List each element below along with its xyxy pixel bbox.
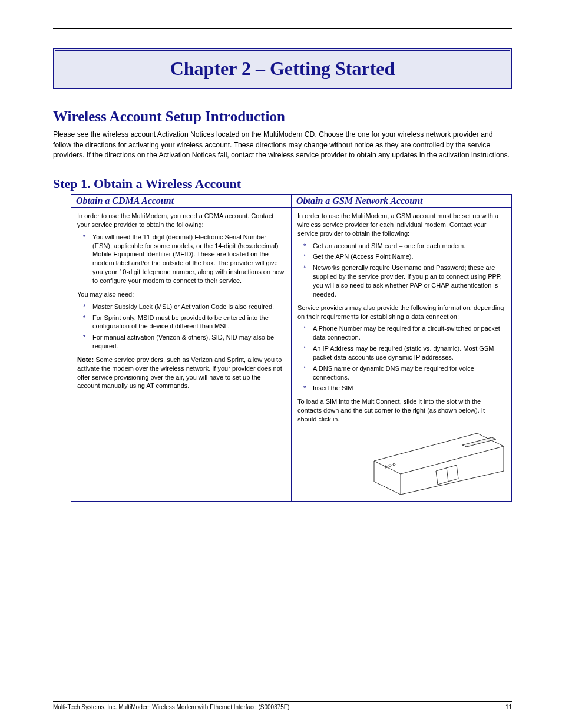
cdma-item-msl: Master Subsidy Lock (MSL) or Activation … — [77, 302, 285, 311]
chapter-banner: Chapter 2 – Getting Started — [53, 48, 512, 89]
cdma-also: You may also need: — [77, 290, 285, 299]
gsm-intro: In order to use the MultiModem, a GSM ac… — [297, 212, 505, 238]
sim-insert-figure — [371, 429, 507, 496]
cdma-item-esn: You will need the 11-digit (decimal) Ele… — [77, 233, 285, 285]
rule-bottom — [53, 701, 512, 702]
gsm-item-phone: A Phone Number may be required for a cir… — [297, 324, 505, 342]
chapter-title: Chapter 2 – Getting Started — [170, 58, 395, 79]
note-label: Note: — [77, 356, 94, 363]
footer-text: Multi-Tech Systems, Inc. MultiModem Wire… — [53, 704, 289, 710]
section-heading: Wireless Account Setup Introduction — [53, 108, 512, 125]
intro-paragraph: Please see the wireless account Activati… — [53, 130, 512, 161]
gsm-item-auth: Networks generally require Username and … — [297, 263, 505, 298]
gsm-also: Service providers may also provide the f… — [297, 304, 505, 321]
cdma-note: Note: Some service providers, such as Ve… — [77, 355, 285, 390]
account-table: Obtain a CDMA Account Obtain a GSM Netwo… — [71, 194, 512, 502]
step-heading: Step 1. Obtain a Wireless Account — [53, 176, 512, 192]
page-number: 11 — [505, 704, 512, 710]
col-header-gsm: Obtain a GSM Network Account — [292, 195, 512, 208]
gsm-item-insert: Insert the SIM — [297, 384, 505, 393]
col-header-cdma: Obtain a CDMA Account — [71, 195, 292, 208]
note-body: Some service providers, such as Verizon … — [77, 356, 282, 390]
gsm-item-apn: Get the APN (Access Point Name). — [297, 252, 505, 261]
cdma-intro: In order to use the MultiModem, you need… — [77, 212, 285, 229]
gsm-item-sim: Get an account and SIM card – one for ea… — [297, 242, 505, 251]
rule-top — [53, 28, 512, 29]
page-footer: Multi-Tech Systems, Inc. MultiModem Wire… — [53, 701, 512, 710]
gsm-sim-text: To load a SIM into the MultiConnect, sli… — [297, 397, 505, 424]
gsm-cell: In order to use the MultiModem, a GSM ac… — [292, 208, 512, 502]
gsm-item-ip: An IP Address may be required (static vs… — [297, 344, 505, 362]
cdma-cell: In order to use the MultiModem, you need… — [71, 208, 292, 502]
gsm-item-dns: A DNS name or dynamic DNS may be require… — [297, 364, 505, 382]
cdma-item-sid: For manual activation (Verizon & others)… — [77, 333, 285, 351]
cdma-item-msid: For Sprint only, MSID must be provided t… — [77, 314, 285, 331]
